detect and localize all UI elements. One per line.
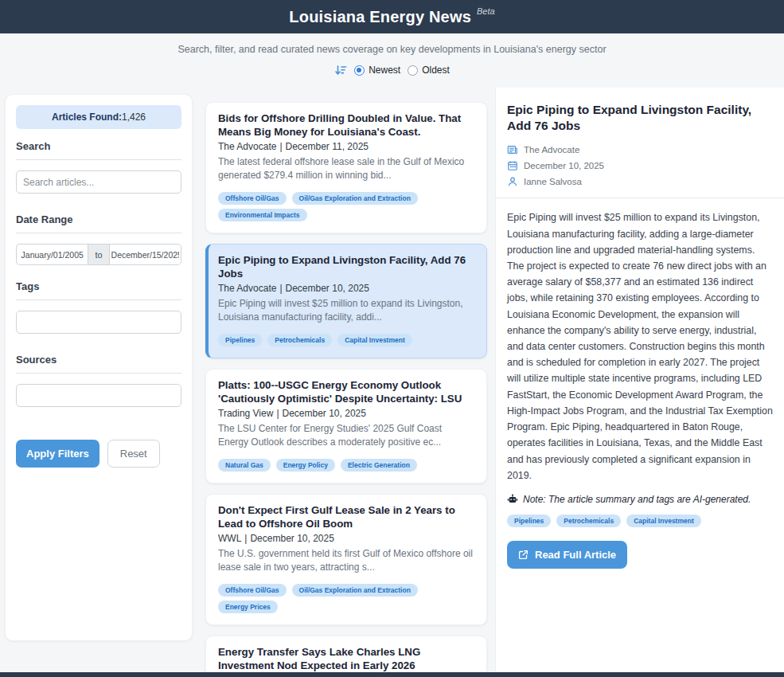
article-card-date: December 10, 2025 [283,408,366,419]
sort-oldest-label: Oldest [422,65,450,76]
source-date-separator: | [244,533,247,544]
article-card-source-line: The Advocate|December 11, 2025 [218,141,474,152]
read-full-article-button[interactable]: Read Full Article [507,541,627,569]
search-input[interactable] [16,170,181,194]
detail-title: Epic Piping to Expand Livingston Facilit… [507,102,773,134]
article-card-excerpt: Epic Piping will invest $25 million to e… [218,297,474,324]
sort-option-oldest[interactable]: Oldest [408,65,450,76]
article-card-source: WWL [218,533,241,544]
source-date-separator: | [279,283,282,294]
article-card-source-line: The Advocate|December 10, 2025 [218,283,474,294]
tag-pill: Offshore Oil/Gas [218,584,287,597]
divider [16,299,181,300]
tag-pill: Pipelines [507,515,551,527]
article-card-date: December 10, 2025 [250,533,333,544]
detail-source: The Advocate [524,145,579,155]
detail-author-row: Ianne Salvosa [507,176,773,187]
robot-icon [507,494,518,505]
article-card-tags: Offshore Oil/GasOil/Gas Exploration and … [218,581,474,615]
detail-body: Epic Piping will invest $25 million to e… [507,209,773,483]
article-list[interactable]: Bids for Offshore Drilling Doubled in Va… [199,88,495,677]
article-card-date: December 10, 2025 [286,283,369,294]
ai-note-text: Note: The article summary and tags are A… [523,494,751,505]
article-card[interactable]: Epic Piping to Expand Livingston Facilit… [205,244,487,358]
tag-pill: Pipelines [218,334,262,346]
sources-input[interactable] [16,384,181,407]
tag-pill: Environmental Impacts [218,209,307,221]
article-card-source: The Advocate [218,141,276,152]
article-card-title: Bids for Offshore Drilling Doubled in Va… [218,112,474,139]
radio-oldest[interactable] [408,65,418,76]
divider [16,233,181,233]
tag-pill: Offshore Oil/Gas [218,192,287,205]
divider [16,159,181,160]
article-card-excerpt: The latest federal offshore lease sale i… [218,155,474,182]
external-link-icon [518,550,529,560]
date-from-input[interactable] [16,244,88,265]
sources-heading: Sources [16,354,181,366]
article-card-source-line: Trading View|December 10, 2025 [218,408,474,419]
app-title: Louisiana Energy News [289,8,471,26]
ai-note: Note: The article summary and tags are A… [507,494,773,505]
source-date-separator: | [276,408,279,419]
articles-found-count: 1,426 [122,112,146,123]
article-detail-panel: Epic Piping to Expand Livingston Facilit… [495,88,784,677]
sort-newest-label: Newest [369,65,400,76]
article-card[interactable]: Bids for Offshore Drilling Doubled in Va… [205,102,487,233]
app-header: Louisiana Energy News Beta [0,0,784,33]
article-card[interactable]: Energy Transfer Says Lake Charles LNG In… [205,636,487,677]
tag-pill: Capital Investment [337,334,412,346]
article-card[interactable]: Platts: 100--USGC Energy Economy Outlook… [205,369,487,483]
sort-option-newest[interactable]: Newest [354,65,400,76]
date-range-group: to [16,244,181,265]
article-card-title: Don't Expect First Gulf Lease Sale in 2 … [218,503,474,530]
article-card-title: Platts: 100--USGC Energy Economy Outlook… [218,378,474,405]
tags-heading: Tags [16,280,181,292]
beta-badge: Beta [477,6,495,16]
tag-pill: Oil/Gas Exploration and Extraction [292,584,418,597]
article-card-excerpt: The LSU Center for Energy Studies' 2025 … [218,422,474,449]
tag-pill: Oil/Gas Exploration and Extraction [292,192,418,205]
article-card-tags: Offshore Oil/GasOil/Gas Exploration and … [218,190,474,223]
sort-controls: Newest Oldest [0,64,784,76]
calendar-icon [507,160,518,171]
reset-button[interactable]: Reset [107,440,160,468]
app-subtitle: Search, filter, and read curated news co… [0,44,784,55]
article-card-source: Trading View [218,408,273,419]
article-card-tags: Natural GasEnergy PolicyElectric Generat… [218,456,474,473]
apply-filters-button[interactable]: Apply Filters [16,440,99,468]
newspaper-icon [507,144,518,155]
date-to-input[interactable] [110,244,181,265]
read-full-article-label: Read Full Article [535,549,616,561]
article-card-source-line: WWL|December 10, 2025 [218,533,474,544]
date-range-heading: Date Range [16,213,181,225]
main-content: Articles Found:1,426 Search Date Range t… [0,88,784,677]
article-card-title: Energy Transfer Says Lake Charles LNG In… [218,645,474,672]
article-card-source: The Advocate [218,283,276,294]
search-heading: Search [16,140,181,152]
articles-found-label: Articles Found: [52,112,122,123]
divider [16,373,181,374]
article-card-date: December 11, 2025 [286,141,369,152]
detail-author: Ianne Salvosa [524,177,582,186]
date-to-label: to [88,244,109,265]
tag-pill: Energy Policy [276,459,335,472]
tag-pill: Energy Prices [218,601,278,613]
filters-sidebar: Articles Found:1,426 Search Date Range t… [5,94,193,641]
article-card[interactable]: Don't Expect First Gulf Lease Sale in 2 … [205,494,487,625]
detail-source-row: The Advocate [507,144,773,155]
article-card-tags: PipelinesPetrochemicalsCapital Investmen… [218,331,474,348]
person-icon [507,176,518,187]
detail-date-row: December 10, 2025 [507,160,773,171]
article-card-title: Epic Piping to Expand Livingston Facilit… [218,253,474,280]
tag-pill: Natural Gas [218,459,271,472]
tag-pill: Petrochemicals [267,334,332,346]
sort-descending-icon [334,64,347,76]
article-card-excerpt: The U.S. government held its first Gulf … [218,547,474,574]
footer-bar [0,672,784,677]
source-date-separator: | [279,141,282,152]
radio-newest[interactable] [354,65,365,76]
divider [496,198,784,198]
tags-input[interactable] [16,311,181,334]
tag-pill: Electric Generation [341,459,417,472]
